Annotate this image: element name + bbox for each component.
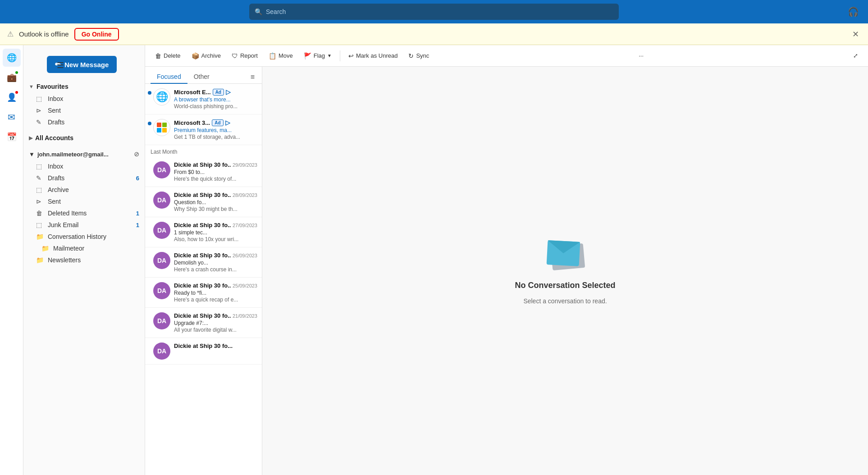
- avatar-da-5: DA: [153, 312, 170, 329]
- sync-icon-tb: ↻: [408, 52, 414, 59]
- offline-icon: ⚠: [7, 30, 14, 38]
- sidebar-item-archive[interactable]: ⬚ Archive: [23, 184, 145, 196]
- envelope-front: [547, 240, 580, 266]
- preview-5: All your favorite digital w...: [174, 327, 257, 333]
- archive-button[interactable]: 📦 Archive: [187, 50, 225, 62]
- search-placeholder: Search: [266, 8, 286, 15]
- subject-1: Question fo...: [174, 199, 257, 206]
- report-icon: 🛡: [232, 52, 238, 59]
- sender-0: Dickie at Ship 30 fo...: [174, 161, 231, 168]
- email-item-4[interactable]: DA Dickie at Ship 30 fo... 25/09/2023 Re…: [145, 278, 262, 308]
- report-button[interactable]: 🛡 Report: [227, 50, 262, 62]
- preview-1: Why Ship 30 might be th...: [174, 206, 257, 212]
- drafts-icon-2: ✎: [36, 174, 44, 182]
- subject-3: Demolish yo...: [174, 260, 257, 266]
- chevron-down-icon: ▼: [29, 84, 34, 89]
- hamburger-button[interactable]: ☰: [54, 58, 67, 73]
- delete-button[interactable]: 🗑 Delete: [151, 50, 185, 62]
- all-accounts-label: All Accounts: [35, 134, 73, 142]
- tab-bar: Focused Other ≡: [145, 67, 262, 84]
- unread-dot-2: [148, 122, 151, 125]
- email-item-6[interactable]: DA Dickie at Ship 30 fo...: [145, 338, 262, 365]
- move-icon: 📋: [269, 52, 276, 59]
- sidebar-item-conversation-history[interactable]: 📁 Conversation History: [23, 231, 145, 242]
- sent-icon: ⊳: [36, 107, 44, 114]
- folder-icon-2: 📁: [41, 245, 50, 252]
- go-online-button[interactable]: Go Online: [74, 28, 119, 41]
- no-conversation-title: No Conversation Selected: [515, 281, 615, 290]
- nav-top-row: ☰ ✏ New Message: [23, 49, 145, 80]
- date-0: 29/09/2023: [233, 162, 257, 168]
- sidebar-item-sent[interactable]: ⊳ Sent: [23, 196, 145, 207]
- sidebar-item-inbox-fav[interactable]: ⬚ Inbox: [23, 93, 145, 105]
- main-layout: 🌐 💼 👤 ✉ 📅 ☰ ✏ New Message ▼ Favour: [0, 45, 868, 475]
- subject-ad1: A browser that's more...: [174, 96, 257, 103]
- tab-other[interactable]: Other: [187, 70, 216, 84]
- filter-icon[interactable]: ≡: [249, 71, 256, 83]
- mark-unread-button[interactable]: ↩ Mark as Unread: [344, 50, 402, 62]
- toolbar-separator: [340, 50, 340, 61]
- email-item-2[interactable]: DA Dickie at Ship 30 fo... 27/09/2023 1 …: [145, 217, 262, 247]
- sync-off-icon: ⊘: [134, 151, 139, 158]
- email-item-5[interactable]: DA Dickie at Ship 30 fo... 21/09/2023 Up…: [145, 308, 262, 338]
- avatar-da-4: DA: [153, 282, 170, 299]
- sidebar-item-junk[interactable]: ⬚ Junk Email 1: [23, 219, 145, 231]
- content-area: 🗑 Delete 📦 Archive 🛡 Report 📋 Move 🚩 Fla…: [145, 45, 868, 475]
- chevron-right-icon: ▶: [29, 135, 32, 141]
- preview-ad2: Get 1 TB of storage, adva...: [174, 134, 257, 140]
- archive-icon: ⬚: [36, 186, 44, 193]
- email-item-1[interactable]: DA Dickie at Ship 30 fo... 28/09/2023 Qu…: [145, 187, 262, 217]
- tab-focused[interactable]: Focused: [151, 70, 187, 84]
- search-box[interactable]: 🔍 Search: [249, 4, 619, 20]
- sidebar-item-globe[interactable]: 🌐: [3, 49, 21, 67]
- sidebar-item-calendar[interactable]: 📅: [3, 128, 21, 146]
- unread-dot: [148, 91, 151, 95]
- sidebar-item-mailmeteor[interactable]: 📁 Mailmeteor: [23, 242, 145, 254]
- settings-icon[interactable]: 🎧: [848, 6, 859, 17]
- sender-3: Dickie at Ship 30 fo...: [174, 252, 231, 259]
- move-button[interactable]: 📋 Move: [264, 50, 297, 62]
- sender-1: Dickie at Ship 30 fo...: [174, 192, 231, 198]
- sidebar-item-newsletters[interactable]: 📁 Newsletters: [23, 254, 145, 266]
- sidebar-item-drafts[interactable]: ✎ Drafts 6: [23, 172, 145, 184]
- sidebar-item-drafts-fav[interactable]: ✎ Drafts: [23, 116, 145, 128]
- close-offline-button[interactable]: ✕: [852, 29, 859, 39]
- email-item-3[interactable]: DA Dickie at Ship 30 fo... 26/09/2023 De…: [145, 247, 262, 278]
- avatar-da-1: DA: [153, 192, 170, 209]
- sidebar-item-sent-fav[interactable]: ⊳ Sent: [23, 105, 145, 116]
- sidebar-item-deleted[interactable]: 🗑 Deleted Items 1: [23, 207, 145, 219]
- email-ad-2[interactable]: Microsoft 3... Ad ▷ Premium features, ma…: [145, 114, 262, 145]
- flag-chevron-icon: ▼: [327, 53, 332, 58]
- reading-pane: No Conversation Selected Select a conver…: [262, 67, 868, 475]
- preview-2: Also, how to 10x your wri...: [174, 236, 257, 242]
- person-badge: [14, 90, 19, 95]
- date-5: 21/09/2023: [233, 313, 257, 319]
- date-3: 26/09/2023: [233, 253, 257, 258]
- all-accounts-section[interactable]: ▶ All Accounts: [23, 132, 145, 144]
- inbox-icon: ⬚: [36, 95, 44, 102]
- sender-ad1: Microsoft E... Ad ▷: [174, 88, 231, 96]
- email-ad-1[interactable]: 🌐 Microsoft E... Ad ▷ A browser that's m…: [145, 84, 262, 114]
- flag-button[interactable]: 🚩 Flag ▼: [299, 50, 336, 62]
- sidebar-item-inbox[interactable]: ⬚ Inbox: [23, 160, 145, 172]
- sync-button[interactable]: ↻ Sync: [404, 50, 434, 62]
- expand-button[interactable]: ⤢: [849, 50, 863, 62]
- nav-panel: ☰ ✏ New Message ▼ Favourites ⬚ Inbox ⊳ S…: [23, 45, 145, 475]
- sidebar-item-briefcase[interactable]: 💼: [3, 69, 21, 87]
- favourites-label: Favourites: [37, 83, 69, 90]
- drafts-icon: ✎: [36, 119, 44, 126]
- date-2: 27/09/2023: [233, 223, 257, 228]
- sidebar-item-mail[interactable]: ✉: [3, 108, 21, 126]
- offline-text: Outlook is offline: [19, 30, 69, 38]
- account-email: john.mailmeteor@gmail...: [37, 151, 109, 158]
- folder-icon-3: 📁: [36, 256, 44, 264]
- sidebar-item-person[interactable]: 👤: [3, 88, 21, 106]
- email-item-0[interactable]: DA Dickie at Ship 30 fo... 29/09/2023 Fr…: [145, 157, 262, 187]
- ad-play-icon: ▷: [226, 88, 231, 96]
- favourites-section[interactable]: ▼ Favourites: [23, 80, 145, 93]
- more-button[interactable]: ···: [634, 50, 648, 62]
- email-meta-ad2: Microsoft 3... Ad ▷ Premium features, ma…: [174, 119, 257, 140]
- subject-0: From $0 to...: [174, 169, 257, 175]
- briefcase-badge: [14, 70, 19, 75]
- account-header[interactable]: ▼ john.mailmeteor@gmail... ⊘: [23, 148, 145, 160]
